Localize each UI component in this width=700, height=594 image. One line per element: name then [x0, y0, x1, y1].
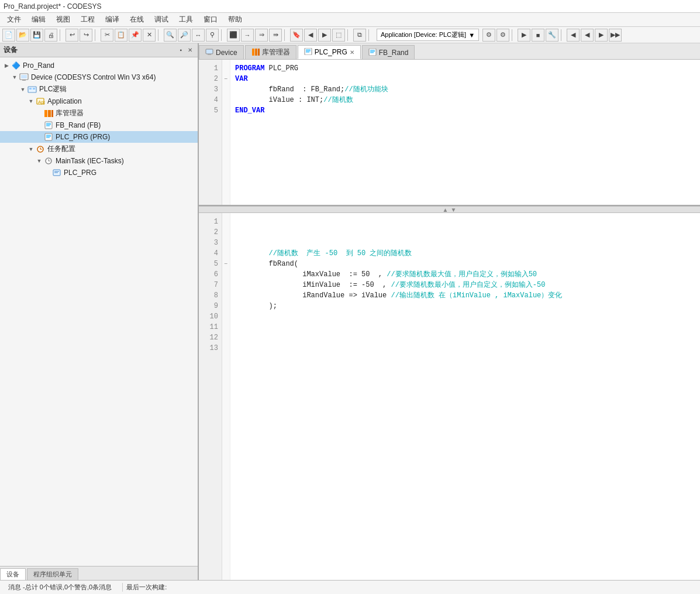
tree-label: 任务配置	[47, 144, 75, 154]
sep9	[561, 29, 564, 41]
fold-marker[interactable]: −	[222, 74, 230, 84]
right3-btn[interactable]: ▶▶	[609, 29, 622, 42]
replace-btn[interactable]: ↔	[192, 29, 205, 42]
find-btn[interactable]: 🔍	[164, 29, 177, 42]
bm4-btn[interactable]: ⬚	[332, 29, 345, 42]
tree-arrow[interactable]: ▼	[27, 146, 35, 152]
dropdown-arrow[interactable]: ▼	[468, 32, 475, 39]
sep6	[347, 29, 351, 41]
save-btn[interactable]: 💾	[30, 29, 43, 42]
context-dropdown[interactable]: Application [Device: PLC逻辑] ▼	[377, 29, 479, 41]
fold-col-top: −	[222, 60, 230, 205]
etab-close-btn[interactable]: ✕	[350, 49, 354, 56]
code-top[interactable]: PROGRAM PLC_PRG VAR fbRand : FB_Rand;//随…	[230, 60, 700, 205]
title-text: Pro_Rand.project* - CODESYS	[4, 2, 101, 11]
line-number: 3	[199, 238, 222, 248]
tree-item-maintask[interactable]: ▼MainTask (IEC-Tasks)	[0, 155, 198, 167]
copy-btn[interactable]: 📋	[115, 29, 127, 42]
tree-arrow[interactable]: ▼	[11, 74, 19, 80]
tree-item-plc_prg[interactable]: PLC_PRG (PRG)	[0, 131, 198, 143]
tree-arrow[interactable]: ▼	[35, 158, 43, 164]
bm2-btn[interactable]: ◀	[304, 29, 317, 42]
print-btn[interactable]: 🖨	[44, 29, 57, 42]
delete-btn[interactable]: ✕	[143, 29, 156, 42]
left-btn[interactable]: ◀	[567, 29, 580, 42]
menu-item-编辑[interactable]: 编辑	[27, 13, 50, 26]
fold-marker[interactable]: −	[222, 259, 230, 269]
copy2-btn[interactable]: ⧉	[353, 29, 366, 42]
cut-btn[interactable]: ✂	[101, 29, 113, 42]
fold-marker	[222, 301, 230, 311]
titlebar: Pro_Rand.project* - CODESYS	[0, 0, 700, 13]
editor-tab-fb_rand[interactable]: FB_Rand	[362, 45, 415, 59]
menu-item-窗口[interactable]: 窗口	[199, 13, 222, 26]
editor-tab-plc_prg[interactable]: PLC_PRG✕	[298, 45, 361, 59]
editor-area: 12345 − PROGRAM PLC_PRG VAR fbRand : FB_…	[199, 60, 700, 580]
tree-label: Pro_Rand	[23, 61, 54, 70]
right-btn[interactable]: ◀	[581, 29, 594, 42]
bottom-tab-pou_tab[interactable]: 程序组织单元	[27, 568, 78, 580]
tree-item-fb_rand[interactable]: FB_Rand (FB)	[0, 119, 198, 131]
tree-item-library_mgr[interactable]: 库管理器	[0, 107, 198, 119]
open-btn[interactable]: 📂	[16, 29, 29, 42]
panel-close-btn[interactable]: ✕	[186, 47, 194, 53]
step2-btn[interactable]: ⇒	[255, 29, 268, 42]
bp-btn[interactable]: ⬛	[227, 29, 240, 42]
tree-icon-program	[43, 121, 54, 130]
settings2-btn[interactable]: ⚙	[496, 29, 509, 42]
run-btn[interactable]: ▶	[518, 29, 530, 42]
step3-btn[interactable]: ⇛	[269, 29, 282, 42]
editor-tab-library[interactable]: 库管理器	[245, 45, 296, 59]
tree-item-task_config[interactable]: ▼任务配置	[0, 143, 198, 155]
redo-btn[interactable]: ↪	[80, 29, 92, 42]
fold-marker	[222, 84, 230, 95]
line-number: 6	[199, 269, 222, 280]
menu-item-在线[interactable]: 在线	[125, 13, 149, 26]
menu-item-调试[interactable]: 调试	[150, 13, 173, 26]
sep5	[284, 29, 288, 41]
tree-item-plc_logic[interactable]: ▼PLC逻辑	[0, 83, 198, 95]
bm3-btn[interactable]: ▶	[318, 29, 331, 42]
fold-marker	[222, 269, 230, 280]
tree-arrow[interactable]: ▼	[27, 98, 35, 104]
svg-rect-29	[305, 48, 312, 55]
menu-item-工具[interactable]: 工具	[174, 13, 198, 26]
code-bottom[interactable]: //随机数 产生 -50 到 50 之间的随机数 fbRand( iMaxVal…	[230, 213, 700, 580]
bottom-tab-device_tab[interactable]: 设备	[0, 568, 26, 580]
svg-rect-1	[21, 75, 27, 78]
new-btn[interactable]: 📄	[2, 29, 15, 42]
wrench-btn[interactable]: 🔧	[546, 29, 558, 42]
find3-btn[interactable]: ⚲	[206, 29, 219, 42]
menu-item-帮助[interactable]: 帮助	[223, 13, 247, 26]
line-number: 2	[199, 227, 222, 238]
tree-item-pro_rand[interactable]: ▶🔷Pro_Rand	[0, 60, 198, 71]
tree-item-application[interactable]: ▼AppApplication	[0, 95, 198, 107]
splitter-bar[interactable]: ▲ ▼	[199, 206, 700, 213]
tree-arrow[interactable]: ▼	[19, 87, 27, 92]
fold-marker	[222, 63, 230, 74]
menu-item-文件[interactable]: 文件	[2, 13, 26, 26]
panel-pin-btn[interactable]: ▪	[178, 47, 184, 53]
tree-label: Application	[47, 97, 82, 105]
etab-icon-program	[368, 49, 377, 57]
line-number: 7	[199, 280, 222, 290]
step-btn[interactable]: →	[241, 29, 254, 42]
stop-btn[interactable]: ■	[532, 29, 544, 42]
fold-marker	[222, 280, 230, 290]
paste-btn[interactable]: 📌	[129, 29, 142, 42]
menu-item-视图[interactable]: 视图	[51, 13, 75, 26]
find2-btn[interactable]: 🔎	[178, 29, 191, 42]
tree-icon-project: 🔷	[11, 61, 21, 70]
editor-tab-device[interactable]: Device	[199, 45, 244, 59]
menu-item-编译[interactable]: 编译	[101, 13, 124, 26]
tree-item-device[interactable]: ▼Device (CODESYS Control Win V3 x64)	[0, 71, 198, 83]
svg-rect-28	[258, 49, 260, 56]
undo-btn[interactable]: ↩	[65, 29, 78, 42]
settings-btn[interactable]: ⚙	[482, 29, 495, 42]
tree-item-plc_prg2[interactable]: PLC_PRG	[0, 167, 198, 178]
bm-btn[interactable]: 🔖	[290, 29, 303, 42]
menu-item-工程[interactable]: 工程	[76, 13, 99, 26]
tree-label: MainTask (IEC-Tasks)	[56, 157, 124, 165]
right2-btn[interactable]: ▶	[595, 29, 608, 42]
tree-arrow[interactable]: ▶	[2, 63, 11, 68]
